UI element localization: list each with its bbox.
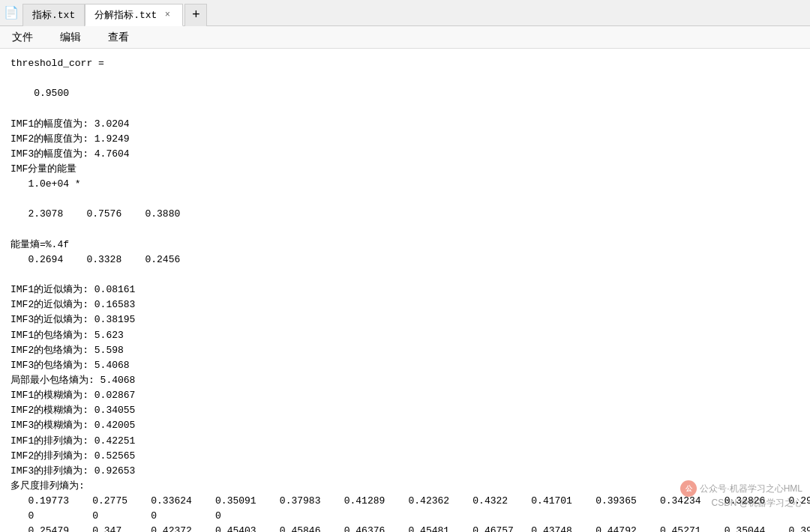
menu-bar: 文件 编辑 查看 (0, 26, 810, 49)
content-area[interactable]: threshold_corr = 0.9500 IMF1的幅度值为: 3.020… (0, 49, 810, 532)
tab-indicators[interactable]: 指标.txt (22, 4, 85, 26)
menu-file[interactable]: 文件 (6, 28, 39, 47)
tab-decomposed-indicators[interactable]: 分解指标.txt × (85, 4, 183, 26)
add-tab-button[interactable]: + (184, 4, 207, 26)
tab-close-button[interactable]: × (161, 9, 173, 21)
tabs-container: 指标.txt 分解指标.txt × + (22, 0, 810, 26)
menu-edit[interactable]: 编辑 (54, 28, 87, 47)
title-bar: 📄 指标.txt 分解指标.txt × + (0, 0, 810, 26)
app-icon: 📄 (0, 0, 22, 26)
menu-view[interactable]: 查看 (102, 28, 135, 47)
tab-label-decomposed: 分解指标.txt (94, 8, 157, 22)
tab-label-indicators: 指标.txt (32, 8, 75, 22)
